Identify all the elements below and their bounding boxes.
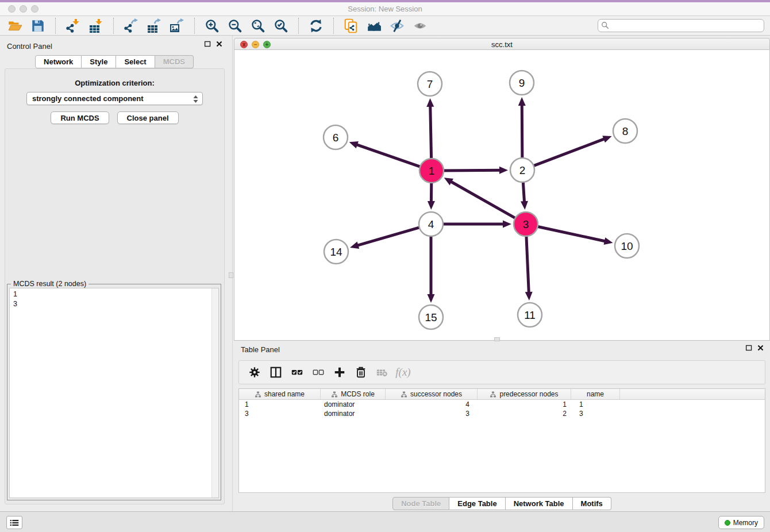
graph-node-label: 7 xyxy=(427,78,433,90)
status-bar: Memory xyxy=(0,511,770,532)
tab-network[interactable]: Network xyxy=(35,55,82,68)
graph-node-label: 14 xyxy=(330,246,342,258)
memory-button[interactable]: Memory xyxy=(718,516,764,529)
zoom-out-button[interactable] xyxy=(224,17,247,34)
graph-edge[interactable] xyxy=(356,144,422,167)
tab-edge-table[interactable]: Edge Table xyxy=(449,497,505,510)
table-panel-header: Table Panel xyxy=(234,343,770,356)
show-all-button[interactable] xyxy=(409,17,432,34)
import-table-icon xyxy=(88,18,103,33)
export-network-button[interactable] xyxy=(120,17,143,34)
tab-style[interactable]: Style xyxy=(82,55,116,68)
table-panel-title: Table Panel xyxy=(234,345,280,354)
apply-layout-button[interactable] xyxy=(305,17,328,34)
toolbar-separator xyxy=(298,18,299,34)
close-panel-icon[interactable] xyxy=(757,344,764,352)
graph-edge-arrowhead xyxy=(428,294,435,303)
graph-node-label: 8 xyxy=(622,125,629,137)
table-cell: 1 xyxy=(571,400,620,408)
zoom-in-button[interactable] xyxy=(201,17,224,34)
network-window-titlebar[interactable]: x – + scc.txt xyxy=(234,38,770,50)
tab-motifs[interactable]: Motifs xyxy=(573,497,611,510)
import-table-button[interactable] xyxy=(84,17,107,34)
graph-edge[interactable] xyxy=(450,181,517,219)
graph-edge-arrowhead xyxy=(604,237,613,245)
toolbar-separator xyxy=(113,18,114,34)
zoom-in-icon xyxy=(205,18,220,33)
network-graph[interactable]: 7968124314101511 xyxy=(234,50,769,340)
mcds-result-text: 1 3 xyxy=(10,288,211,498)
tab-select[interactable]: Select xyxy=(116,55,155,68)
graph-edge[interactable] xyxy=(526,234,529,294)
graph-node-label: 2 xyxy=(519,164,526,176)
table-settings-button[interactable] xyxy=(244,363,265,382)
hierarchy-icon xyxy=(331,391,338,398)
add-row-button[interactable] xyxy=(329,363,350,382)
column-header-mcds-role[interactable]: MCDS role xyxy=(321,389,386,399)
node-table: shared name MCDS role successor nodes xyxy=(238,388,765,493)
network-canvas[interactable]: 7968124314101511 xyxy=(234,50,770,341)
delete-table-button[interactable] xyxy=(371,363,392,382)
float-panel-icon[interactable] xyxy=(745,344,753,352)
export-network-icon xyxy=(124,18,138,33)
table-row[interactable]: 1dominator411 xyxy=(239,400,765,409)
criterion-select[interactable]: strongly connected component xyxy=(26,92,203,105)
deselect-all-button[interactable] xyxy=(307,363,329,382)
graph-node-label: 11 xyxy=(524,309,536,321)
criterion-value: strongly connected component xyxy=(32,94,144,103)
graph-edge[interactable] xyxy=(522,104,522,160)
graph-node-label: 9 xyxy=(519,77,525,89)
export-table-button[interactable] xyxy=(143,17,165,34)
graph-edge-arrowhead xyxy=(521,201,528,210)
graph-edge[interactable] xyxy=(357,227,421,246)
deselect-all-icon xyxy=(312,366,325,379)
run-mcds-button[interactable]: Run MCDS xyxy=(51,111,109,124)
select-all-icon xyxy=(291,366,303,379)
close-panel-icon[interactable] xyxy=(215,40,223,48)
tab-network-table[interactable]: Network Table xyxy=(506,497,573,510)
search-input[interactable] xyxy=(598,19,764,32)
duplicate-network-button[interactable] xyxy=(340,17,363,34)
zoom-fit-button[interactable] xyxy=(247,17,270,34)
graph-edge-arrowhead xyxy=(525,292,533,300)
zoom-selected-button[interactable] xyxy=(270,17,292,34)
result-scrollbar[interactable] xyxy=(211,288,218,498)
graph-edge[interactable] xyxy=(442,170,501,171)
divider-grip[interactable] xyxy=(229,272,233,278)
graph-edge[interactable] xyxy=(430,105,432,160)
first-neighbors-button[interactable] xyxy=(363,17,386,34)
tab-node-table[interactable]: Node Table xyxy=(392,497,449,510)
column-header-predecessor-nodes[interactable]: predecessor nodes xyxy=(478,389,571,399)
graph-edge[interactable] xyxy=(536,226,606,241)
show-column-panel-button[interactable] xyxy=(265,363,286,382)
zoom-selected-icon xyxy=(274,18,288,33)
graph-node-label: 1 xyxy=(429,165,435,177)
delete-row-button[interactable] xyxy=(350,363,371,382)
graph-node-label: 4 xyxy=(428,218,434,230)
memory-label: Memory xyxy=(733,519,758,527)
column-header-name[interactable]: name xyxy=(571,389,620,399)
mcds-result-area[interactable]: 1 3 xyxy=(9,288,219,498)
table-row[interactable]: 3dominator323 xyxy=(239,409,765,418)
table-cell: 4 xyxy=(386,400,478,408)
mcds-result-fieldset: MCDS result (2 nodes) 1 3 xyxy=(7,284,221,500)
graph-edge[interactable] xyxy=(523,180,524,203)
network-table-divider-grip[interactable] xyxy=(494,337,500,341)
refresh-icon xyxy=(309,18,324,33)
open-session-button[interactable] xyxy=(3,17,26,34)
task-history-button[interactable] xyxy=(6,516,22,529)
save-session-button[interactable] xyxy=(26,17,49,34)
column-header-shared-name[interactable]: shared name xyxy=(239,389,321,399)
function-builder-button[interactable]: f(x) xyxy=(392,363,414,382)
import-network-button[interactable] xyxy=(61,17,84,34)
select-all-button[interactable] xyxy=(286,363,307,382)
column-header-successor-nodes[interactable]: successor nodes xyxy=(386,389,478,399)
hide-selected-button[interactable] xyxy=(386,17,409,34)
float-panel-icon[interactable] xyxy=(204,40,211,48)
tab-mcds[interactable]: MCDS xyxy=(155,55,194,68)
export-table-icon xyxy=(147,18,161,33)
export-image-button[interactable] xyxy=(165,17,188,34)
close-panel-button[interactable]: Close panel xyxy=(117,111,179,124)
graph-edge[interactable] xyxy=(532,138,606,166)
network-window-title: scc.txt xyxy=(234,40,769,49)
